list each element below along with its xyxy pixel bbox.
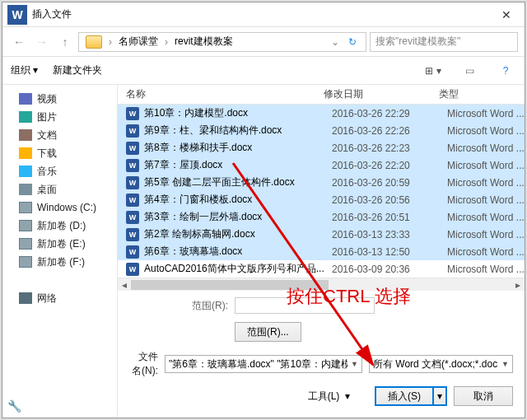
file-row[interactable]: W第9章：柱、梁和结构构件.docx2016-03-26 22:26Micros… xyxy=(118,122,525,139)
dialog-title: 插入文件 xyxy=(32,7,487,21)
sidebar-item-label: 新加卷 (E:) xyxy=(37,237,86,251)
sidebar-item[interactable]: 桌面 xyxy=(2,180,117,198)
toolbar: 组织 ▾ 新建文件夹 ⊞ ▾ ▭ ? xyxy=(2,57,525,85)
filename-combo[interactable]: "第6章：玻璃幕墙.docx" "第10章：内建模型 ▼ xyxy=(165,355,362,373)
file-row[interactable]: W第8章：楼梯和扶手.docx2016-03-26 22:23Microsoft… xyxy=(118,139,525,156)
file-row[interactable]: W第2章 绘制标高轴网.docx2016-03-13 23:33Microsof… xyxy=(118,226,525,243)
titlebar: W 插入文件 ✕ xyxy=(2,2,525,27)
word-file-icon: W xyxy=(126,228,139,241)
range-label: 范围(R): xyxy=(129,299,228,313)
file-list[interactable]: W第10章：内建模型.docx2016-03-26 22:29Microsoft… xyxy=(118,105,525,278)
word-file-icon: W xyxy=(126,159,139,172)
insert-dropdown[interactable]: ▾ xyxy=(432,386,447,406)
search-input[interactable]: 搜索"revit建模教案" xyxy=(370,32,518,52)
file-row[interactable]: W第3章：绘制一层外墙.docx2016-03-26 20:51Microsof… xyxy=(118,208,525,226)
sidebar-item-label: 文档 xyxy=(37,128,57,142)
scroll-right-icon[interactable]: ▸ xyxy=(511,278,525,292)
file-row[interactable]: W第4章：门窗和楼板.docx2016-03-26 20:56Microsoft… xyxy=(118,191,525,208)
word-file-icon: W xyxy=(126,142,139,155)
new-folder-button[interactable]: 新建文件夹 xyxy=(53,63,102,77)
file-name: 第9章：柱、梁和结构构件.docx xyxy=(144,124,332,138)
file-date: 2016-03-26 22:23 xyxy=(332,142,447,154)
sidebar-item-label: 桌面 xyxy=(37,183,57,197)
file-name: 第5章 创建二层平面主体构件.docx xyxy=(144,175,332,189)
sidebar-item[interactable]: 视频 xyxy=(2,90,117,108)
file-date: 2016-03-26 20:51 xyxy=(332,212,447,223)
forward-button[interactable]: → xyxy=(32,32,52,52)
file-date: 2016-03-09 20:36 xyxy=(332,264,447,275)
word-app-icon: W xyxy=(7,5,27,25)
filter-combo[interactable]: 所有 Word 文档(*.docx;*.doc; ▼ xyxy=(369,355,513,373)
file-name: 第6章：玻璃幕墙.docx xyxy=(144,245,332,259)
sidebar-item[interactable]: 音乐 xyxy=(2,162,117,180)
sidebar-item[interactable]: 图片 xyxy=(2,108,117,126)
sidebar-item-label: 视频 xyxy=(37,92,57,106)
sidebar-item[interactable]: 网络 xyxy=(2,289,117,307)
file-date: 2016-03-13 12:50 xyxy=(332,246,447,258)
col-type[interactable]: 类型 xyxy=(439,87,525,101)
body: 视频图片文档下载音乐桌面Windows (C:)新加卷 (D:)新加卷 (E:)… xyxy=(2,85,525,418)
crumb-b[interactable]: revit建模教案 xyxy=(171,35,236,49)
file-date: 2016-03-26 22:29 xyxy=(332,108,447,119)
file-row[interactable]: W第7章：屋顶.docx2016-03-26 22:20Microsoft Wo… xyxy=(118,156,525,174)
scroll-thumb[interactable] xyxy=(131,280,329,290)
sidebar-item[interactable]: 下载 xyxy=(2,144,117,162)
file-name: 第3章：绘制一层外墙.docx xyxy=(144,210,332,224)
range-button[interactable]: 范围(R)... xyxy=(235,322,301,342)
file-name: 第7章：屋顶.docx xyxy=(144,158,332,172)
video-icon xyxy=(19,93,32,105)
file-row[interactable]: WAutoCAD2016简体中文版序列号和产品...2016-03-09 20:… xyxy=(118,260,525,278)
word-file-icon: W xyxy=(126,211,139,224)
file-type: Microsoft Word ... xyxy=(447,229,525,240)
drive-icon xyxy=(19,202,32,213)
desk-icon xyxy=(19,184,32,195)
sidebar-item[interactable]: Windows (C:) xyxy=(2,198,117,217)
close-button[interactable]: ✕ xyxy=(487,2,525,27)
view-options-button[interactable]: ⊞ ▾ xyxy=(422,62,444,80)
filename-label: 文件名(N): xyxy=(129,350,158,378)
insert-button[interactable]: 插入(S) xyxy=(375,386,432,406)
sidebar-item-label: 新加卷 (D:) xyxy=(37,219,86,233)
back-button[interactable]: ← xyxy=(9,32,29,52)
folder-icon xyxy=(86,35,102,49)
file-type: Microsoft Word ... xyxy=(447,246,525,258)
file-row[interactable]: W第5章 创建二层平面主体构件.docx2016-03-26 20:59Micr… xyxy=(118,174,525,191)
col-date[interactable]: 修改日期 xyxy=(324,87,439,101)
insert-split-button[interactable]: 插入(S) ▾ xyxy=(375,386,447,406)
up-button[interactable]: ↑ xyxy=(55,32,75,52)
refresh-button[interactable]: ↻ xyxy=(343,36,362,48)
chevron-down-icon: ▼ xyxy=(501,360,509,368)
tools-menu[interactable]: 工具(L) ▾ xyxy=(308,390,350,404)
breadcrumb[interactable]: › 名师课堂 › revit建模教案 ⌄ ↻ xyxy=(78,32,366,52)
cancel-button[interactable]: 取消 xyxy=(454,386,513,406)
drive-icon xyxy=(19,220,32,231)
col-name[interactable]: 名称 xyxy=(118,87,324,101)
sidebar-item[interactable] xyxy=(2,271,117,289)
word-file-icon: W xyxy=(126,194,139,207)
word-file-icon: W xyxy=(126,263,139,276)
file-type: Microsoft Word ... xyxy=(447,160,525,171)
file-row[interactable]: W第6章：玻璃幕墙.docx2016-03-13 12:50Microsoft … xyxy=(118,243,525,260)
file-type: Microsoft Word ... xyxy=(447,142,525,154)
h-scrollbar[interactable]: ◂ ▸ xyxy=(118,278,525,291)
organize-menu[interactable]: 组织 ▾ xyxy=(11,63,38,77)
sidebar-item[interactable]: 新加卷 (D:) xyxy=(2,217,117,235)
insert-file-dialog: W 插入文件 ✕ ← → ↑ › 名师课堂 › revit建模教案 ⌄ ↻ 搜索… xyxy=(2,2,525,418)
crumb-a[interactable]: 名师课堂 xyxy=(115,35,161,49)
scroll-left-icon[interactable]: ◂ xyxy=(118,278,131,292)
bottom-panel: 范围(R): 范围(R)... 文件名(N): "第6章：玻璃幕墙.docx" … xyxy=(118,291,525,418)
help-button[interactable]: ? xyxy=(495,62,516,80)
sidebar-item[interactable]: 新加卷 (F:) xyxy=(2,253,117,271)
file-pane: 名称 修改日期 类型 W第10章：内建模型.docx2016-03-26 22:… xyxy=(118,85,525,418)
column-headers[interactable]: 名称 修改日期 类型 xyxy=(118,85,525,105)
sidebar-item[interactable]: 新加卷 (E:) xyxy=(2,235,117,253)
sidebar-item-label: 新加卷 (F:) xyxy=(37,255,85,269)
range-input[interactable] xyxy=(235,297,375,314)
preview-pane-button[interactable]: ▭ xyxy=(459,62,480,80)
file-row[interactable]: W第10章：内建模型.docx2016-03-26 22:29Microsoft… xyxy=(118,105,525,122)
crumb-dropdown-icon[interactable]: ⌄ xyxy=(328,36,343,48)
file-date: 2016-03-26 20:56 xyxy=(332,194,447,206)
word-file-icon: W xyxy=(126,124,139,138)
dl-icon xyxy=(19,147,32,159)
sidebar-item[interactable]: 文档 xyxy=(2,126,117,144)
